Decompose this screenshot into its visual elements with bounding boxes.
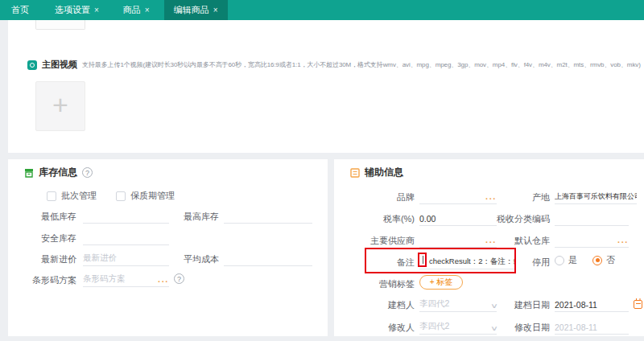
- origin-label: 产地: [493, 191, 550, 203]
- disabled-radio-group: 是 否: [555, 254, 615, 266]
- tab-bar: 首页 选项设置 × 商品 × 编辑商品 ×: [0, 0, 644, 20]
- marketing-tags-label: 营销标签: [334, 278, 415, 290]
- main-video-description: 支持最多上传1个视频(建议时长30秒以内最多不高于60秒，宽高比16:9或者1:…: [82, 60, 641, 69]
- creator-label: 建档人: [334, 299, 415, 311]
- shelf-life-management-label: 保质期管理: [130, 190, 175, 202]
- tax-code-input[interactable]: [555, 211, 629, 226]
- close-icon[interactable]: ×: [145, 6, 150, 14]
- default-warehouse-input[interactable]: ···: [555, 232, 629, 248]
- tab-home-label: 首页: [11, 4, 29, 16]
- tab-home[interactable]: 首页: [0, 0, 40, 20]
- add-tag-button[interactable]: + 标签: [419, 275, 463, 290]
- create-date-input[interactable]: 2021-08-11: [555, 297, 629, 312]
- plus-icon: +: [52, 91, 68, 118]
- create-date-value: 2021-08-11: [555, 300, 597, 310]
- help-icon[interactable]: ?: [82, 167, 93, 178]
- min-stock-input[interactable]: [83, 208, 169, 224]
- add-tag-button-label: + 标签: [430, 277, 453, 288]
- latest-price-placeholder: 最新进价: [83, 253, 117, 264]
- disabled-label: 停用: [493, 257, 550, 269]
- auxiliary-panel-header: 辅助信息: [350, 166, 403, 179]
- tab-products[interactable]: 商品 ×: [114, 0, 159, 20]
- modify-date-value: 2021-08-11: [555, 323, 597, 332]
- help-icon[interactable]: ?: [174, 273, 184, 284]
- modifier-label: 修改人: [334, 322, 415, 334]
- tab-label: 选项设置: [55, 4, 90, 16]
- main-video-title: 主图视频: [42, 59, 77, 71]
- main-video-header: 主图视频 支持最多上传1个视频(建议时长30秒以内最多不高于60秒，宽高比16:…: [27, 59, 641, 71]
- inventory-panel-title: 库存信息: [39, 166, 77, 179]
- inventory-panel-header: 库存信息 ?: [24, 166, 93, 179]
- auxiliary-info-panel: 辅助信息 品牌 ··· 产地 上海百事可乐饮料有限公司 税率(%) 0.00 税…: [334, 159, 644, 336]
- modify-date-input[interactable]: 2021-08-11: [555, 319, 629, 335]
- disabled-no-label: 否: [606, 254, 615, 266]
- tax-code-label: 税收分类编码: [493, 213, 550, 225]
- create-date-label: 建档日期: [493, 299, 550, 311]
- origin-value: 上海百事可乐饮料有限公司: [555, 191, 637, 202]
- main-supplier-input[interactable]: ···: [419, 232, 497, 248]
- safe-stock-input[interactable]: [83, 230, 169, 245]
- creator-select[interactable]: 李四代2 ∨: [419, 297, 497, 312]
- remark-label: 备注: [378, 257, 415, 269]
- max-stock-label: 最高库存: [177, 211, 219, 223]
- batch-management-checkbox[interactable]: [47, 191, 56, 201]
- ellipsis-picker-icon[interactable]: ···: [617, 239, 629, 245]
- tab-option-settings[interactable]: 选项设置 ×: [45, 0, 109, 20]
- latest-price-input[interactable]: 最新进价: [83, 251, 169, 266]
- inventory-checkbox-row: 批次管理 保质期管理: [47, 190, 175, 202]
- product-media-section: 主图视频 支持最多上传1个视频(建议时长30秒以内最多不高于60秒，宽高比16:…: [8, 20, 644, 153]
- brand-input[interactable]: ···: [419, 189, 497, 204]
- tax-rate-value: 0.00: [419, 214, 436, 224]
- batch-management-label: 批次管理: [61, 190, 97, 202]
- disabled-no-radio[interactable]: [592, 256, 602, 265]
- disabled-yes-label: 是: [568, 254, 577, 266]
- disabled-yes-radio[interactable]: [555, 256, 564, 265]
- max-stock-input[interactable]: [224, 208, 312, 224]
- min-stock-label: 最低库存: [8, 211, 76, 223]
- default-warehouse-label: 默认仓库: [493, 235, 550, 247]
- tax-rate-input[interactable]: 0.00: [419, 211, 497, 226]
- creator-value: 李四代2: [419, 298, 449, 310]
- avg-cost-input[interactable]: [224, 251, 312, 266]
- video-section-icon: [27, 60, 37, 70]
- image-upload-tile-cutoff[interactable]: [35, 20, 85, 30]
- avg-cost-label: 平均成本: [177, 253, 219, 265]
- auxiliary-panel-title: 辅助信息: [365, 166, 403, 179]
- latest-price-label: 最新进价: [8, 253, 76, 265]
- brand-label: 品牌: [334, 191, 415, 203]
- form-icon: [350, 168, 360, 178]
- safe-stock-label: 安全库存: [8, 232, 76, 244]
- store-icon: [24, 168, 34, 178]
- main-supplier-label: 主要供应商: [334, 235, 415, 247]
- calendar-icon[interactable]: [634, 300, 642, 309]
- origin-input[interactable]: 上海百事可乐饮料有限公司: [555, 189, 637, 204]
- tab-edit-product[interactable]: 编辑商品 ×: [164, 0, 228, 20]
- barcode-scheme-placeholder: 条形码方案: [83, 273, 126, 285]
- modifier-value: 李四代2: [419, 321, 449, 332]
- shelf-life-management-checkbox[interactable]: [116, 191, 126, 201]
- tab-label: 商品: [123, 4, 141, 16]
- video-upload-button[interactable]: +: [35, 81, 85, 131]
- close-icon[interactable]: ×: [213, 6, 218, 14]
- tax-rate-label: 税率(%): [334, 213, 415, 225]
- inventory-info-panel: 库存信息 ? 批次管理 保质期管理 最低库存 最高库存 安全库存 最新进价 最新…: [8, 159, 328, 336]
- tab-label: 编辑商品: [174, 4, 209, 16]
- modifier-select[interactable]: 李四代2 ∨: [419, 319, 497, 335]
- barcode-scheme-input[interactable]: 条形码方案 ···: [83, 272, 169, 287]
- modify-date-label: 修改日期: [493, 322, 550, 334]
- close-icon[interactable]: ×: [94, 6, 99, 14]
- ellipsis-picker-icon[interactable]: ···: [158, 278, 169, 285]
- barcode-scheme-label: 条形码方案: [8, 274, 76, 286]
